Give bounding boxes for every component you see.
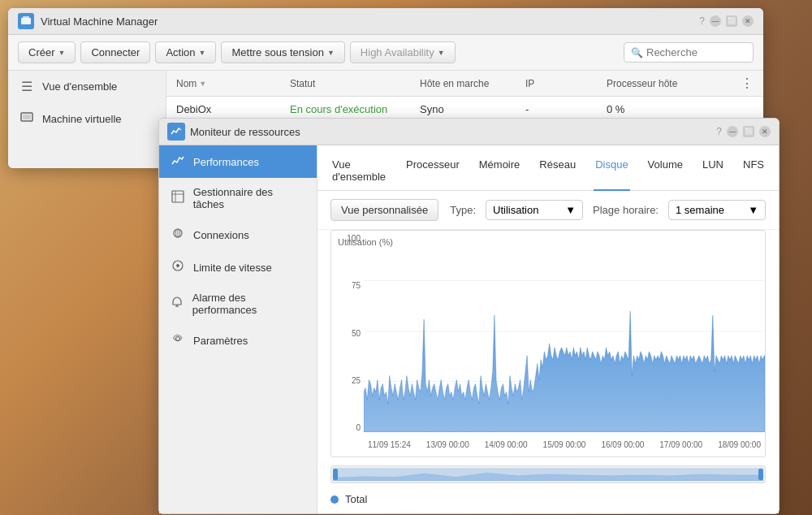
- app-title: Virtual Machine Manager: [41, 15, 693, 28]
- chart-panel: Vue d'ensemble Processeur Mémoire Réseau…: [317, 145, 779, 513]
- tab-nfs[interactable]: NFS: [741, 154, 766, 191]
- col-processor: Processeur hôte: [607, 76, 741, 91]
- minimize-button[interactable]: —: [710, 15, 721, 27]
- tab-memory[interactable]: Mémoire: [477, 154, 522, 191]
- tab-network[interactable]: Réseau: [538, 154, 577, 191]
- vm-icon: [19, 110, 34, 127]
- tab-volume[interactable]: Volume: [646, 154, 685, 191]
- power-button[interactable]: Mettre sous tension ▼: [221, 41, 344, 63]
- resource-maximize-button[interactable]: ⬜: [743, 126, 754, 137]
- chart-scrollbar[interactable]: [330, 465, 766, 483]
- search-box: 🔍: [624, 42, 754, 63]
- main-sidebar: ☰ Vue d'ensemble Machine virtuelle: [8, 71, 166, 168]
- chart-controls: Vue personnalisée Type: Utilisation ▼ Pl…: [317, 191, 779, 230]
- type-label: Type:: [450, 204, 476, 216]
- svg-point-11: [176, 264, 179, 267]
- connections-icon: [171, 227, 185, 243]
- resource-close-button[interactable]: ✕: [759, 126, 771, 137]
- sidebar-item-vm[interactable]: Machine virtuelle: [8, 102, 166, 135]
- window-controls: ? — ⬜ ✕: [699, 15, 754, 27]
- vm-ip: -: [525, 103, 607, 115]
- vm-status: En cours d'exécution: [290, 103, 420, 115]
- app-icon: [18, 13, 34, 29]
- speed-limit-icon: [171, 259, 185, 275]
- more-options-icon[interactable]: ⋮: [741, 76, 754, 91]
- chart-legend: Total: [317, 490, 779, 513]
- toolbar: Créer ▼ Connecter Action ▼ Mettre sous t…: [8, 35, 763, 71]
- svg-point-14: [176, 337, 180, 341]
- y-axis: 100 75 50 25 0: [331, 231, 364, 432]
- tab-disk[interactable]: Disque: [594, 154, 629, 191]
- sidebar-item-connections[interactable]: Connexions: [159, 219, 317, 251]
- scrollbar-right-handle[interactable]: [758, 469, 763, 480]
- resource-title-bar: Moniteur de ressources ? — ⬜ ✕: [159, 119, 779, 145]
- tab-overview[interactable]: Vue d'ensemble: [330, 154, 388, 191]
- performances-icon: [171, 154, 185, 170]
- vue-personnalisee-button[interactable]: Vue personnalisée: [330, 199, 438, 221]
- resource-layout: Performances Gestionnaire des tâches: [159, 145, 779, 513]
- svg-rect-0: [21, 18, 31, 24]
- sidebar-item-speed-limit[interactable]: Limite de vitesse: [159, 251, 317, 283]
- resource-monitor-window: Moniteur de ressources ? — ⬜ ✕ Performan…: [158, 118, 780, 514]
- tab-processor[interactable]: Processeur: [404, 154, 461, 191]
- create-button[interactable]: Créer ▼: [18, 41, 76, 63]
- maximize-button[interactable]: ⬜: [726, 15, 737, 27]
- x-axis: 11/09 15:24 13/09 00:00 14/09 00:00 15/0…: [364, 432, 765, 457]
- svg-rect-1: [23, 16, 29, 18]
- chart-area: Utilisation (%) 100 75 50 25 0: [330, 230, 766, 457]
- legend-dot: [330, 496, 339, 504]
- scrollbar-left-handle[interactable]: [333, 469, 338, 480]
- range-select[interactable]: 1 semaine ▼: [668, 200, 766, 220]
- alarm-icon: [171, 296, 184, 312]
- close-button[interactable]: ✕: [742, 15, 754, 27]
- vm-table-header: Nom ▼ Statut Hôte en marche IP Processeu…: [166, 71, 763, 97]
- vm-name: DebiOx: [176, 103, 290, 115]
- type-select[interactable]: Utilisation ▼: [486, 200, 583, 220]
- overview-icon: ☰: [19, 79, 34, 94]
- ha-button[interactable]: High Availability ▼: [350, 41, 456, 63]
- nav-tabs: Vue d'ensemble Processeur Mémoire Réseau…: [317, 145, 779, 191]
- resource-minimize-button[interactable]: —: [727, 126, 738, 137]
- tab-lun[interactable]: LUN: [701, 154, 725, 191]
- col-name: Nom ▼: [176, 76, 290, 91]
- resource-monitor-title: Moniteur de ressources: [190, 126, 711, 138]
- title-bar: Virtual Machine Manager ? — ⬜ ✕: [8, 8, 763, 35]
- sidebar-item-settings[interactable]: Paramètres: [159, 324, 317, 357]
- settings-icon: [171, 332, 185, 348]
- search-input[interactable]: [646, 46, 744, 58]
- sidebar-item-alarm[interactable]: Alarme des performances: [159, 283, 317, 324]
- col-status: Statut: [290, 76, 420, 91]
- resource-sidebar: Performances Gestionnaire des tâches: [159, 145, 317, 513]
- range-label: Plage horaire:: [593, 204, 659, 216]
- vm-host: Syno: [420, 103, 525, 115]
- help-button[interactable]: ?: [699, 15, 705, 27]
- chart-svg: [364, 231, 765, 432]
- resource-monitor-icon: [167, 123, 185, 141]
- sidebar-item-overview[interactable]: ☰ Vue d'ensemble: [8, 71, 166, 102]
- svg-rect-4: [172, 191, 184, 202]
- resource-help-button[interactable]: ?: [716, 126, 722, 137]
- col-ip: IP: [525, 76, 607, 91]
- search-icon: 🔍: [631, 47, 643, 58]
- connect-button[interactable]: Connecter: [80, 41, 150, 63]
- vm-cpu: 0 %: [607, 103, 754, 115]
- action-button[interactable]: Action ▼: [155, 41, 216, 63]
- resource-window-controls: ? — ⬜ ✕: [716, 126, 771, 137]
- sidebar-item-performances[interactable]: Performances: [159, 145, 317, 178]
- svg-rect-3: [23, 115, 31, 119]
- sidebar-item-task-manager[interactable]: Gestionnaire des tâches: [159, 178, 317, 219]
- task-manager-icon: [171, 190, 185, 206]
- scrollbar-thumb: [333, 468, 763, 481]
- col-host: Hôte en marche: [420, 76, 525, 91]
- chart-canvas: [364, 231, 765, 432]
- legend-label: Total: [345, 493, 367, 505]
